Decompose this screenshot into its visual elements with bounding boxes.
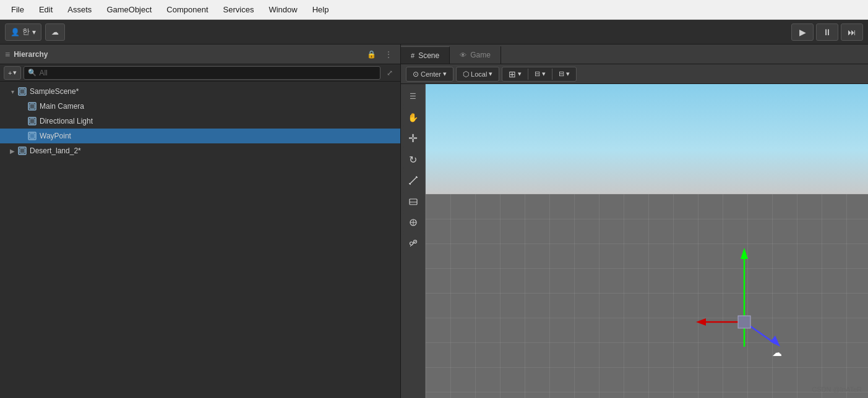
svg-rect-9 [20, 148, 25, 153]
cloud-button[interactable]: ☁ [45, 23, 65, 41]
scene-icon [17, 87, 27, 96]
local-group: ⬡ Local ▾ [456, 67, 499, 82]
tree-label-directionallight: Directional Light [40, 117, 93, 125]
account-lang: 한 [22, 27, 30, 37]
tree-toggle-samplescene[interactable]: ▾ [7, 87, 17, 96]
pause-button[interactable]: ⏸ [816, 23, 838, 41]
hierarchy-panel: ≡ Hierarchy 🔒 ⋮ + ▾ 🔍 All ⤢ ▾ [0, 44, 401, 398]
svg-marker-28 [770, 336, 780, 347]
grid-overlay [426, 194, 868, 398]
menu-item-component[interactable]: Component [160, 2, 214, 17]
menu-item-edit[interactable]: Edit [33, 2, 59, 17]
cloud-icon: ☁ [51, 28, 59, 36]
sep1 [528, 69, 528, 80]
tool-transform[interactable] [403, 213, 423, 232]
scene-tab-label: Scene [418, 51, 439, 60]
tool-move[interactable]: ✛ [403, 129, 423, 148]
center-arrow: ▾ [443, 70, 447, 78]
hierarchy-lock-button[interactable]: 🔒 [364, 48, 378, 61]
menu-item-assets[interactable]: Assets [61, 2, 98, 17]
snap-arrow: ▾ [542, 70, 546, 78]
scene-panel: # Scene 👁 Game ⊙ Center ▾ ⬡ [401, 44, 868, 398]
hierarchy-tree: ▾ SampleScene* ⋮ ▶ [0, 82, 400, 398]
menu-item-gameobject[interactable]: GameObject [100, 2, 158, 17]
game-tab-label: Game [470, 51, 491, 59]
play-controls: ▶ ⏸ ⏭ [791, 23, 863, 41]
menu-item-help[interactable]: Help [306, 2, 335, 17]
waypoint-icon [27, 131, 37, 141]
hierarchy-search-bar: + ▾ 🔍 All ⤢ [0, 64, 400, 82]
grid-button[interactable]: ⊞ ▾ [505, 68, 525, 80]
hierarchy-options-button[interactable]: ⋮ [382, 48, 395, 61]
local-label: Local [471, 70, 487, 78]
account-button[interactable]: 👤 한 ▾ [5, 23, 41, 41]
menu-item-file[interactable]: File [5, 2, 30, 17]
sep2 [552, 69, 552, 80]
watermark: CSDN @InATeR [812, 386, 862, 393]
main-toolbar: 👤 한 ▾ ☁ ▶ ⏸ ⏭ [0, 20, 868, 44]
hierarchy-menu-icon: ≡ [5, 49, 10, 59]
svg-marker-26 [696, 318, 706, 326]
add-arrow: ▾ [13, 69, 17, 77]
view-button[interactable]: ⊟ ▾ [555, 68, 574, 80]
search-placeholder: All [39, 69, 47, 77]
tree-item-desertland[interactable]: ▶ Desert_land_2* ⋮ [0, 143, 400, 158]
menu-item-window[interactable]: Window [262, 2, 303, 17]
center-group: ⊙ Center ▾ [406, 67, 453, 82]
tree-label-waypoint: WayPoint [40, 132, 71, 140]
play-icon: ▶ [799, 27, 806, 37]
desertland-icon [17, 146, 27, 156]
grid-arrow: ▾ [518, 70, 522, 78]
snap-button[interactable]: ⊟ ▾ [531, 68, 549, 80]
center-label: Center [421, 70, 441, 78]
hierarchy-header: ≡ Hierarchy 🔒 ⋮ [0, 44, 400, 64]
light-icon [27, 116, 37, 126]
pause-icon: ⏸ [823, 27, 831, 37]
tab-game[interactable]: 👁 Game [450, 46, 501, 64]
tool-rotate[interactable]: ↻ [403, 150, 423, 169]
svg-rect-7 [30, 133, 35, 138]
tree-item-waypoint[interactable]: ▶ WayPoint [0, 129, 400, 143]
play-button[interactable]: ▶ [791, 23, 814, 41]
gizmo: ☁ [695, 223, 794, 361]
scene-toolbar: ⊙ Center ▾ ⬡ Local ▾ ⊞ ▾ [401, 64, 868, 84]
tree-item-samplescene[interactable]: ▾ SampleScene* ⋮ [0, 84, 400, 99]
add-plus: + [8, 69, 12, 77]
main-layout: ≡ Hierarchy 🔒 ⋮ + ▾ 🔍 All ⤢ ▾ [0, 44, 868, 398]
menu-item-services[interactable]: Services [217, 2, 260, 17]
snap-icon: ⊟ [535, 70, 540, 78]
view-icon: ⊟ [559, 70, 564, 78]
tree-item-directionallight[interactable]: ▶ Directional Light [0, 114, 400, 129]
tree-label-maincamera: Main Camera [40, 102, 84, 111]
search-input-field[interactable]: 🔍 All [24, 66, 380, 80]
camera-icon [27, 101, 37, 111]
tree-item-maincamera[interactable]: ▶ Main Camera [0, 99, 400, 114]
scene-viewport: ☰ ✋ ✛ ↻ [401, 84, 868, 398]
step-icon: ⏭ [848, 27, 856, 37]
scene-content: ☁ CSDN @InATeR [426, 84, 868, 398]
local-button[interactable]: ⬡ Local ▾ [459, 68, 496, 80]
center-button[interactable]: ⊙ Center ▾ [409, 68, 450, 80]
svg-line-10 [410, 177, 417, 184]
svg-rect-1 [20, 89, 25, 94]
hierarchy-title: Hierarchy [14, 50, 48, 59]
add-object-button[interactable]: + ▾ [4, 66, 21, 80]
account-icon: 👤 [11, 28, 20, 36]
tool-rect[interactable] [403, 192, 423, 211]
tool-hamburger[interactable]: ☰ [403, 87, 423, 106]
tool-pan[interactable]: ✋ [403, 108, 423, 127]
scene-tabs: # Scene 👁 Game [401, 44, 868, 64]
sky-background [426, 84, 868, 194]
tool-scale[interactable] [403, 171, 423, 190]
center-icon: ⊙ [413, 70, 419, 78]
game-tab-icon: 👁 [460, 51, 466, 59]
account-arrow: ▾ [32, 28, 36, 36]
menu-bar: FileEditAssetsGameObjectComponentService… [0, 0, 868, 20]
tab-scene[interactable]: # Scene [401, 46, 450, 64]
scene-tab-icon: # [411, 52, 415, 59]
tool-custom[interactable] [403, 234, 423, 253]
left-tool-panel: ☰ ✋ ✛ ↻ [401, 84, 426, 398]
search-expand-button[interactable]: ⤢ [383, 66, 397, 80]
step-button[interactable]: ⏭ [841, 23, 863, 41]
tree-toggle-desertland[interactable]: ▶ [7, 146, 17, 156]
